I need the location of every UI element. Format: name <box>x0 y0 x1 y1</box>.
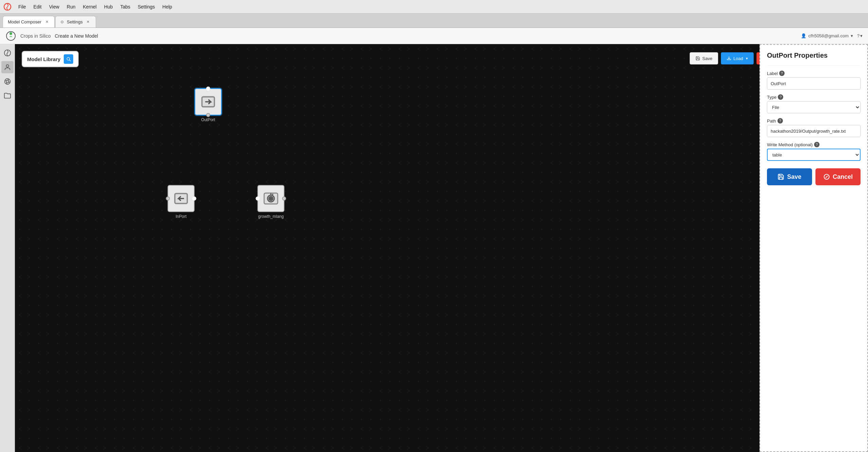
load-button[interactable]: Load ▾ <box>721 52 754 64</box>
model-library-label: Model Library <box>27 56 60 62</box>
label-input[interactable] <box>767 77 861 90</box>
user-icon: 👤 <box>801 33 806 38</box>
menu-bar: File Edit View Run Kernel Hub Tabs Setti… <box>0 0 868 14</box>
user-dropdown-icon: ▾ <box>851 33 853 38</box>
tab-bar: Model Composer ✕ ⚙ Settings ✕ <box>0 14 868 28</box>
inport-left-connector[interactable] <box>166 196 170 201</box>
svg-point-2 <box>9 32 12 35</box>
menu-view[interactable]: View <box>46 3 63 11</box>
outport-node-label: OutPort <box>201 117 215 122</box>
canvas-container[interactable]: Model Library Save <box>15 44 868 452</box>
growth-mlang-right-connector[interactable] <box>282 196 286 201</box>
panel-save-button[interactable]: Save <box>767 168 812 185</box>
path-input[interactable] <box>767 125 861 137</box>
panel-cancel-button[interactable]: Cancel <box>815 168 861 185</box>
svg-point-23 <box>270 197 272 200</box>
svg-point-7 <box>7 80 8 81</box>
write-method-field: Write Method (optional) ? table csv json… <box>767 142 861 161</box>
svg-line-27 <box>826 176 827 178</box>
menu-help[interactable]: Help <box>159 3 176 11</box>
type-help-icon[interactable]: ? <box>778 94 783 100</box>
breadcrumb-current: Create a New Model <box>55 33 98 39</box>
sidebar-folder-icon[interactable] <box>1 90 14 102</box>
inport-node[interactable]: InPort <box>167 185 195 219</box>
settings-tab-icon: ⚙ <box>60 20 64 24</box>
load-dropdown-arrow: ▾ <box>746 56 748 61</box>
growth-mlang-node-box[interactable] <box>257 185 284 212</box>
outport-top-connector[interactable] <box>206 87 210 91</box>
write-method-field-label: Write Method (optional) ? <box>767 142 861 147</box>
user-email: cfh5058@gmail.com <box>808 33 849 38</box>
left-sidebar <box>0 44 15 452</box>
svg-line-25 <box>272 194 273 195</box>
sidebar-home-icon[interactable] <box>1 47 14 59</box>
growth-mlang-left-connector[interactable] <box>256 196 260 201</box>
write-method-help-icon[interactable]: ? <box>814 142 820 147</box>
path-field-label: Path ? <box>767 118 861 124</box>
main-layout: Model Library Save <box>0 44 868 452</box>
inport-node-label: InPort <box>176 214 186 219</box>
properties-panel: OutPort Properties Label ? Type ? File D… <box>760 44 868 452</box>
panel-title: OutPort Properties <box>767 52 861 59</box>
menu-edit[interactable]: Edit <box>30 3 45 11</box>
tab-settings-label: Settings <box>67 19 83 24</box>
inport-node-box[interactable] <box>167 185 195 212</box>
svg-point-4 <box>6 65 8 67</box>
model-library-search-button[interactable] <box>64 54 73 64</box>
path-field: Path ? <box>767 118 861 137</box>
menu-kernel[interactable]: Kernel <box>79 3 100 11</box>
tab-model-composer[interactable]: Model Composer ✕ <box>3 16 55 27</box>
growth-mlang-node-label: growth_mlang <box>258 214 283 219</box>
inport-right-connector[interactable] <box>192 196 196 201</box>
growth-mlang-node[interactable]: growth_mlang <box>257 185 284 219</box>
help-dropdown-icon: ▾ <box>860 33 863 38</box>
menu-tabs[interactable]: Tabs <box>117 3 134 11</box>
path-help-icon[interactable]: ? <box>777 118 783 124</box>
write-method-select[interactable]: table csv json append <box>767 149 861 161</box>
outport-node[interactable]: OutPort <box>195 88 222 122</box>
help-button[interactable]: ? ▾ <box>857 33 863 38</box>
breadcrumb-root[interactable]: Crops in Silico <box>20 33 51 39</box>
svg-point-8 <box>8 81 9 82</box>
tab-close-settings[interactable]: ✕ <box>85 19 91 25</box>
tab-label: Model Composer <box>8 19 41 24</box>
panel-actions: Save Cancel <box>767 168 861 185</box>
breadcrumb: Crops in Silico Create a New Model <box>20 33 98 39</box>
outport-node-box[interactable] <box>195 88 222 115</box>
model-library[interactable]: Model Library <box>22 51 79 67</box>
header-right: 👤 cfh5058@gmail.com ▾ ? ▾ <box>801 33 863 38</box>
tab-settings[interactable]: ⚙ Settings ✕ <box>55 16 96 27</box>
svg-line-11 <box>70 60 71 61</box>
app-logo <box>3 2 12 12</box>
type-field-label: Type ? <box>767 94 861 100</box>
svg-point-9 <box>6 82 7 83</box>
outport-bottom-connector[interactable] <box>206 113 210 117</box>
menu-run[interactable]: Run <box>63 3 79 11</box>
type-field: Type ? File Directory String Number <box>767 94 861 113</box>
help-label: ? <box>857 33 860 38</box>
app-header: Crops in Silico Create a New Model 👤 cfh… <box>0 28 868 44</box>
sidebar-person-icon[interactable] <box>1 61 14 73</box>
user-info[interactable]: 👤 cfh5058@gmail.com ▾ <box>801 33 853 38</box>
sidebar-palette-icon[interactable] <box>1 75 14 88</box>
label-help-icon[interactable]: ? <box>779 71 785 76</box>
svg-point-6 <box>5 80 6 81</box>
header-logo <box>5 31 16 41</box>
svg-point-5 <box>4 79 10 84</box>
tab-close-model-composer[interactable]: ✕ <box>44 19 50 25</box>
type-select[interactable]: File Directory String Number <box>767 101 861 113</box>
menu-hub[interactable]: Hub <box>101 3 116 11</box>
save-button[interactable]: Save <box>690 52 718 64</box>
label-field: Label ? <box>767 71 861 90</box>
menu-settings[interactable]: Settings <box>134 3 158 11</box>
panel-divider-1 <box>767 65 861 66</box>
label-field-label: Label ? <box>767 71 861 76</box>
menu-file[interactable]: File <box>15 3 29 11</box>
